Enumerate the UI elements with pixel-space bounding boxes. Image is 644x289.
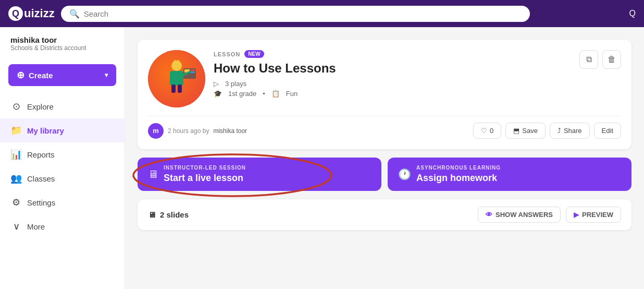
top-navigation: Q uizizz 🔍 Q [0, 0, 644, 27]
sidebar-item-classes[interactable]: 👥 Classes [0, 166, 125, 190]
more-label: More [27, 222, 45, 231]
search-bar[interactable]: 🔍 [61, 6, 530, 22]
preview-label: PREVIEW [582, 211, 613, 219]
edit-label: Edit [602, 127, 613, 135]
sidebar: mishika toor Schools & Districts account… [0, 27, 125, 289]
user-info: mishika toor Schools & Districts account [0, 35, 125, 60]
grade-label: 1st grade [228, 90, 256, 98]
search-icon: 🔍 [69, 9, 80, 19]
save-label: Save [522, 127, 538, 135]
author-time: 2 hours ago by [168, 127, 209, 135]
svg-rect-9 [178, 85, 182, 93]
share-icon: ⤴ [558, 127, 561, 135]
lesson-title: How to Use Lessons [214, 61, 571, 76]
assign-homework-button[interactable]: 🕐 ASYNCHRONOUS LEARNING Assign homework [388, 158, 631, 191]
sidebar-item-settings[interactable]: ⚙ Settings [0, 190, 125, 214]
classes-label: Classes [27, 174, 55, 183]
lesson-thumb-art [148, 50, 205, 107]
nav-right-icon[interactable]: Q [629, 9, 636, 18]
explore-icon: ⊙ [10, 101, 22, 112]
share-button[interactable]: ⤴ Share [550, 123, 590, 139]
svg-rect-5 [191, 69, 195, 71]
preview-button[interactable]: ▶ PREVIEW [566, 207, 621, 223]
live-lesson-info: INSTRUCTOR-LED SESSION Start a live less… [164, 165, 246, 184]
heart-icon: ♡ [481, 127, 487, 135]
svg-rect-2 [170, 71, 183, 86]
search-input[interactable] [84, 9, 522, 18]
user-name: mishika toor [10, 35, 114, 44]
new-badge: NEW [244, 50, 264, 58]
slides-bar: 🖥 2 slides 👁 SHOW ANSWERS ▶ PREVIEW [138, 199, 631, 230]
save-icon: ⬒ [513, 127, 519, 135]
svg-rect-8 [171, 85, 176, 93]
async-title: Assign homework [416, 173, 501, 184]
live-lesson-title: Start a live lesson [164, 173, 246, 184]
arrow-icon: ▾ [105, 71, 108, 79]
content-area: LESSON NEW How to Use Lessons ▷ 3 plays … [125, 27, 644, 289]
save-button[interactable]: ⬒ Save [505, 123, 546, 139]
live-lesson-button[interactable]: 🖥 INSTRUCTOR-LED SESSION Start a live le… [138, 158, 381, 191]
lesson-card-top: LESSON NEW How to Use Lessons ▷ 3 plays … [148, 50, 621, 107]
author-name: mishika toor [213, 127, 247, 135]
more-icon: ∨ [10, 221, 22, 232]
settings-label: Settings [27, 198, 55, 207]
share-label: Share [564, 127, 582, 135]
dot-separator: • [263, 90, 265, 98]
sidebar-item-my-library[interactable]: 📁 My library [0, 118, 125, 142]
action-panels: 🖥 INSTRUCTOR-LED SESSION Start a live le… [138, 158, 631, 191]
logo-text: uizizz [24, 7, 55, 20]
clock-icon: 🕐 [398, 168, 411, 180]
topic-icon: 📋 [271, 90, 280, 98]
slides-monitor-icon: 🖥 [148, 210, 156, 219]
svg-rect-6 [191, 71, 195, 73]
lesson-card-actions: m 2 hours ago by mishika toor ♡ 0 ⬒ Save [148, 116, 621, 139]
sidebar-item-more[interactable]: ∨ More [0, 214, 125, 238]
slides-count: 🖥 2 slides [148, 210, 189, 219]
create-button[interactable]: ⊕ Create ▾ [8, 64, 116, 86]
async-info: ASYNCHRONOUS LEARNING Assign homework [416, 165, 501, 184]
settings-icon: ⚙ [10, 197, 22, 208]
lesson-card: LESSON NEW How to Use Lessons ▷ 3 plays … [138, 40, 631, 149]
lesson-meta-grade: 🎓 1st grade • 📋 Fun [214, 90, 571, 98]
lesson-type-label: LESSON [214, 51, 240, 57]
delete-button[interactable]: 🗑 [602, 50, 621, 69]
logo[interactable]: Q uizizz [8, 6, 55, 21]
instructor-led-label: INSTRUCTOR-LED SESSION [164, 165, 246, 171]
show-answers-button[interactable]: 👁 SHOW ANSWERS [478, 207, 561, 223]
logo-q-circle: Q [8, 6, 23, 21]
reports-label: Reports [27, 150, 55, 159]
copy-button[interactable]: ⧉ [579, 50, 598, 69]
slides-count-label: 2 slides [160, 210, 189, 219]
slides-actions: 👁 SHOW ANSWERS ▶ PREVIEW [478, 207, 621, 223]
classes-icon: 👥 [10, 173, 22, 184]
edit-button[interactable]: Edit [594, 123, 621, 139]
plus-icon: ⊕ [17, 69, 24, 81]
preview-play-icon: ▶ [574, 211, 579, 219]
user-subtitle: Schools & Districts account [10, 44, 114, 52]
eye-icon: 👁 [486, 211, 492, 219]
sidebar-item-explore[interactable]: ⊙ Explore [0, 94, 125, 118]
create-label: Create [29, 71, 53, 80]
library-label: My library [27, 126, 64, 135]
lesson-meta-plays: ▷ 3 plays [214, 80, 571, 88]
author-initial: m [153, 127, 159, 135]
action-buttons: ♡ 0 ⬒ Save ⤴ Share Edit [473, 123, 621, 139]
plays-count: 3 plays [225, 80, 246, 88]
like-button[interactable]: ♡ 0 [473, 123, 501, 139]
monitor-icon: 🖥 [148, 168, 158, 180]
show-answers-label: SHOW ANSWERS [496, 211, 553, 219]
reports-icon: 📊 [10, 149, 22, 160]
author-info: m 2 hours ago by mishika toor [148, 123, 247, 139]
lesson-thumb-svg [153, 55, 200, 102]
card-top-actions: ⧉ 🗑 [579, 50, 621, 69]
lesson-thumbnail [148, 50, 205, 107]
badge-row: LESSON NEW [214, 50, 571, 58]
author-avatar: m [148, 123, 164, 139]
explore-label: Explore [27, 102, 54, 111]
main-layout: mishika toor Schools & Districts account… [0, 27, 644, 289]
sidebar-item-reports[interactable]: 📊 Reports [0, 142, 125, 166]
grade-icon: 🎓 [214, 90, 222, 98]
lesson-info: LESSON NEW How to Use Lessons ▷ 3 plays … [214, 50, 571, 107]
async-label: ASYNCHRONOUS LEARNING [416, 165, 501, 171]
library-icon: 📁 [10, 125, 22, 136]
